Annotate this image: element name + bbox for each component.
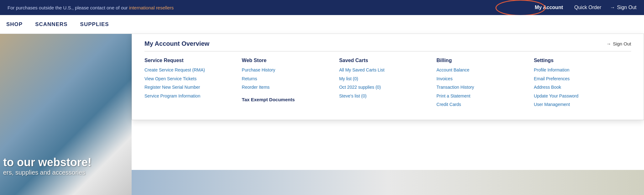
service-request-header: Service Request xyxy=(144,58,236,63)
dropdown-title: My Account Overview xyxy=(144,40,209,47)
my-list-link[interactable]: My list (0) xyxy=(339,76,430,82)
print-statement-link[interactable]: Print a Statement xyxy=(437,93,528,99)
top-bar: For purchases outside the U.S., please c… xyxy=(0,0,644,15)
invoices-link[interactable]: Invoices xyxy=(437,76,528,82)
main-nav: SHOP SCANNERS SUPPLIES My Account Overvi… xyxy=(0,15,644,34)
top-nav-right: My Account Quick Order → Sign Out xyxy=(532,3,636,12)
purchase-history-link[interactable]: Purchase History xyxy=(242,67,333,73)
nav-items: SHOP SCANNERS SUPPLIES xyxy=(3,21,109,28)
nav-scanners[interactable]: SCANNERS xyxy=(35,21,67,28)
update-password-link[interactable]: Update Your Password xyxy=(534,93,625,99)
sign-out-icon: → xyxy=(610,5,615,10)
service-request-col: Service Request Create Service Request (… xyxy=(144,58,242,110)
dropdown-sign-out-label: Sign Out xyxy=(613,41,631,46)
dropdown-sign-out-button[interactable]: → Sign Out xyxy=(606,41,631,46)
web-store-header: Web Store xyxy=(242,58,333,63)
hero-text: to our webstore! ers, supplies and acces… xyxy=(3,156,132,176)
bottom-image-strip xyxy=(132,170,644,195)
credit-cards-link[interactable]: Credit Cards xyxy=(437,102,528,108)
sign-out-top-button[interactable]: → Sign Out xyxy=(610,5,636,10)
service-program-link[interactable]: Service Program Information xyxy=(144,93,236,99)
sign-out-top-label: Sign Out xyxy=(617,5,636,10)
steves-list-link[interactable]: Steve's list (0) xyxy=(339,93,430,99)
saved-carts-header: Saved Carts xyxy=(339,58,430,63)
user-management-link[interactable]: User Management xyxy=(534,102,625,108)
reorder-items-link[interactable]: Reorder Items xyxy=(242,84,333,91)
dropdown-columns: Service Request Create Service Request (… xyxy=(144,58,631,110)
address-book-link[interactable]: Address Book xyxy=(534,84,625,91)
tax-exempt-subheader: Tax Exempt Documents xyxy=(242,97,333,102)
oct-2022-link[interactable]: Oct 2022 supplies (0) xyxy=(339,84,430,91)
saved-carts-col: Saved Carts All My Saved Carts List My l… xyxy=(339,58,437,110)
profile-information-link[interactable]: Profile Information xyxy=(534,67,625,73)
welcome-text: to our webstore! xyxy=(3,156,132,169)
view-open-service-link[interactable]: View Open Service Tickets xyxy=(144,76,236,82)
international-resellers-link[interactable]: international resellers xyxy=(129,5,174,10)
notice-label: For purchases outside the U.S., please c… xyxy=(8,5,129,10)
create-service-request-link[interactable]: Create Service Request (RMA) xyxy=(144,67,236,73)
settings-col: Settings Profile Information Email Prefe… xyxy=(534,58,631,110)
account-dropdown: My Account Overview → Sign Out Service R… xyxy=(132,34,644,120)
sign-out-arrow-icon: → xyxy=(606,41,611,46)
register-serial-link[interactable]: Register New Serial Number xyxy=(144,84,236,91)
transaction-history-link[interactable]: Transaction History xyxy=(437,84,528,91)
notice-text: For purchases outside the U.S., please c… xyxy=(8,5,174,10)
settings-header: Settings xyxy=(534,58,625,63)
sub-text: ers, supplies and accessories xyxy=(3,169,132,176)
hero-background: to our webstore! ers, supplies and acces… xyxy=(0,34,132,195)
all-saved-carts-link[interactable]: All My Saved Carts List xyxy=(339,67,430,73)
my-account-button[interactable]: My Account xyxy=(532,3,565,12)
billing-header: Billing xyxy=(437,58,528,63)
email-preferences-link[interactable]: Email Preferences xyxy=(534,76,625,82)
returns-link[interactable]: Returns xyxy=(242,76,333,82)
account-balance-link[interactable]: Account Balance xyxy=(437,67,528,73)
quick-order-button[interactable]: Quick Order xyxy=(574,5,601,10)
nav-supplies[interactable]: SUPPLIES xyxy=(80,21,109,28)
web-store-col: Web Store Purchase History Returns Reord… xyxy=(242,58,339,110)
dropdown-header: My Account Overview → Sign Out xyxy=(144,40,631,51)
billing-col: Billing Account Balance Invoices Transac… xyxy=(437,58,534,110)
nav-shop[interactable]: SHOP xyxy=(6,21,23,28)
